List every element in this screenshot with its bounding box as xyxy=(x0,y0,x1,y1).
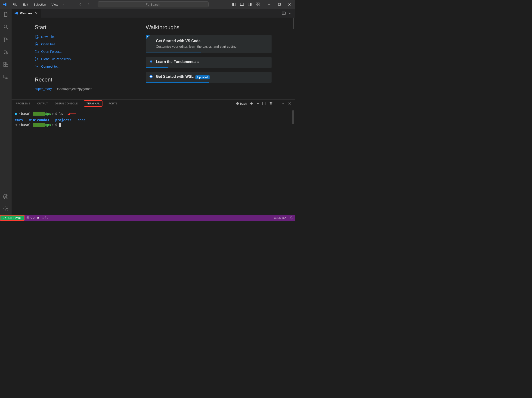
progress-bar xyxy=(146,82,209,83)
activity-bar xyxy=(0,9,12,215)
terminal-shell-selector[interactable]: bash xyxy=(236,102,247,105)
svg-point-35 xyxy=(5,208,6,209)
kill-terminal-icon[interactable] xyxy=(269,102,273,105)
start-open-folder[interactable]: Open Folder... xyxy=(35,50,132,54)
svg-point-61 xyxy=(34,219,35,219)
layout-sidebar-left-icon[interactable] xyxy=(231,2,237,7)
window-maximize-icon[interactable] xyxy=(276,2,283,7)
menu-selection[interactable]: Selection xyxy=(31,2,48,7)
svg-point-50 xyxy=(151,76,152,76)
tab-close-icon[interactable] xyxy=(34,11,38,15)
start-open-file[interactable]: Open File... xyxy=(35,42,132,46)
terminal-body[interactable]: ● (base) ██████@ps:~$ ls◄── envs minicon… xyxy=(12,107,295,215)
new-file-icon xyxy=(35,35,39,39)
menu-view[interactable]: View xyxy=(49,2,60,7)
recent-item[interactable]: super_mary D:\data\projects\pygames xyxy=(35,87,132,91)
split-terminal-icon[interactable] xyxy=(262,102,266,105)
panel-maximize-icon[interactable] xyxy=(282,102,285,105)
svg-point-34 xyxy=(5,195,7,197)
walkthrough-wsl[interactable]: Get Started with WSL Updated xyxy=(146,72,272,83)
customize-layout-icon[interactable] xyxy=(255,2,260,7)
panel-tab-debug-console[interactable]: DEBUG CONSOLE xyxy=(54,101,79,106)
window-minimize-icon[interactable] xyxy=(266,2,272,7)
menu-edit[interactable]: Edit xyxy=(21,2,30,7)
warning-icon xyxy=(33,216,36,220)
panel-tab-terminal[interactable]: TERMINAL xyxy=(84,100,102,107)
error-icon xyxy=(26,216,30,220)
progress-bar xyxy=(146,67,168,68)
search-placeholder: Search xyxy=(151,3,160,6)
svg-point-20 xyxy=(7,39,8,40)
explorer-icon[interactable] xyxy=(3,11,9,18)
nav-forward-icon[interactable] xyxy=(86,2,91,7)
menu-overflow-icon[interactable]: ··· xyxy=(61,2,68,7)
editor-scrollbar[interactable] xyxy=(293,18,294,29)
star-icon: ★ xyxy=(146,35,148,38)
terminal-profile-icon xyxy=(236,102,239,105)
git-icon xyxy=(35,57,39,61)
bulb-icon xyxy=(149,60,153,64)
tab-label: Welcome xyxy=(20,12,32,15)
open-file-icon xyxy=(35,42,39,46)
run-debug-icon[interactable] xyxy=(3,49,9,55)
layout-panel-icon[interactable] xyxy=(239,2,245,7)
walkthrough-fundamentals[interactable]: Learn the Fundamentals xyxy=(146,57,272,68)
svg-line-17 xyxy=(6,27,8,29)
source-control-icon[interactable] xyxy=(3,36,9,43)
search-icon xyxy=(146,3,149,6)
panel-tab-output[interactable]: OUTPUT xyxy=(36,101,49,106)
terminal-dropdown-icon[interactable] xyxy=(257,102,259,105)
new-terminal-icon[interactable] xyxy=(250,102,253,105)
start-connect-to[interactable]: Connect to... xyxy=(35,64,132,69)
terminal-scrollbar[interactable] xyxy=(292,110,294,124)
editor-area: Welcome ··· Start New File... xyxy=(12,9,295,215)
window-close-icon[interactable] xyxy=(286,2,293,7)
search-icon[interactable] xyxy=(3,24,9,30)
svg-rect-10 xyxy=(256,5,257,6)
split-editor-icon[interactable] xyxy=(282,11,286,15)
svg-point-45 xyxy=(150,60,152,63)
svg-rect-13 xyxy=(279,3,281,6)
svg-rect-25 xyxy=(4,65,6,66)
remote-icon xyxy=(35,64,39,69)
walkthroughs-heading: Walkthroughs xyxy=(146,24,272,31)
svg-rect-27 xyxy=(6,62,8,64)
panel-more-icon[interactable]: ··· xyxy=(276,102,279,105)
panel-tab-problems[interactable]: PROBLEMS xyxy=(15,101,31,106)
annotation-arrow-icon: ◄── xyxy=(67,111,76,117)
welcome-page: Start New File... Open File... Open Fold… xyxy=(12,18,295,99)
linux-icon xyxy=(149,75,153,79)
search-box[interactable]: Search xyxy=(98,1,209,7)
remote-ssh-badge[interactable]: SSH: cvlab xyxy=(0,215,25,221)
remote-explorer-icon[interactable] xyxy=(3,74,9,80)
extensions-icon[interactable] xyxy=(3,61,9,68)
menu-file[interactable]: File xyxy=(10,2,20,7)
svg-point-48 xyxy=(150,75,152,77)
status-bar: SSH: cvlab 0 0 0 CSDN @A xyxy=(0,215,295,221)
vscode-logo-icon xyxy=(2,2,7,7)
panel: PROBLEMS OUTPUT DEBUG CONSOLE TERMINAL P… xyxy=(12,99,295,215)
status-notifications-icon[interactable] xyxy=(287,216,295,220)
start-new-file[interactable]: New File... xyxy=(35,35,132,39)
status-ports[interactable]: 0 xyxy=(41,216,50,220)
panel-close-icon[interactable] xyxy=(288,102,291,105)
walkthrough-vscode[interactable]: ★ Get Started with VS Code Customize you… xyxy=(146,35,272,53)
nav-back-icon[interactable] xyxy=(78,2,83,7)
start-clone-git[interactable]: Clone Git Repository... xyxy=(35,57,132,61)
vscode-tab-icon xyxy=(14,11,18,15)
status-problems[interactable]: 0 0 xyxy=(25,216,40,220)
svg-point-0 xyxy=(146,3,148,5)
folder-icon xyxy=(35,50,39,54)
accounts-icon[interactable] xyxy=(3,193,9,200)
tab-welcome[interactable]: Welcome xyxy=(12,9,41,18)
terminal-cursor xyxy=(59,123,61,127)
recent-heading: Recent xyxy=(35,76,132,83)
progress-bar xyxy=(146,52,201,53)
svg-rect-26 xyxy=(6,65,8,66)
layout-sidebar-right-icon[interactable] xyxy=(247,2,253,7)
svg-point-16 xyxy=(4,25,7,28)
more-actions-icon[interactable]: ··· xyxy=(289,12,291,15)
svg-point-42 xyxy=(35,57,36,58)
panel-tab-ports[interactable]: PORTS xyxy=(108,101,118,106)
settings-gear-icon[interactable] xyxy=(3,205,9,212)
